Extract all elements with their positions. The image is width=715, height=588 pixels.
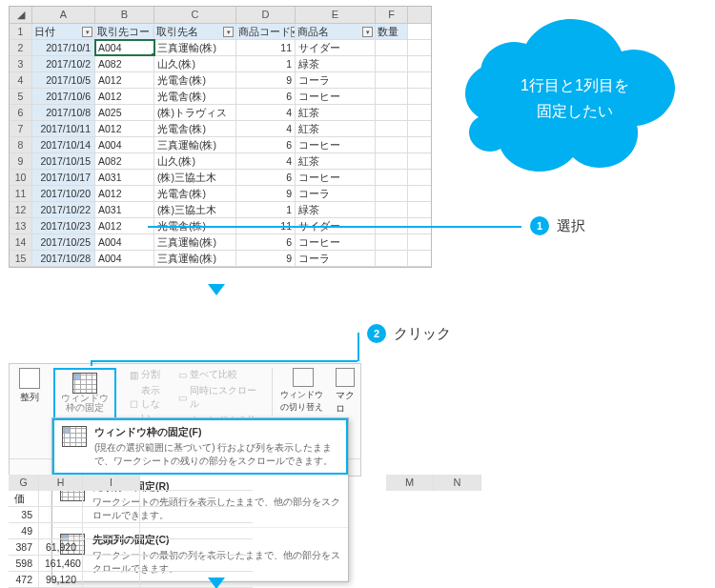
col-A[interactable]: A xyxy=(32,7,95,23)
spreadsheet-bottom[interactable]: G H I 価 354938761,920598161,46047299,120 xyxy=(9,475,253,588)
hdr-name[interactable]: 取引先名▾ xyxy=(154,24,236,39)
row-num[interactable]: 14 xyxy=(10,234,32,250)
cell[interactable]: 2017/10/11 xyxy=(32,121,95,136)
cell[interactable]: コーラ xyxy=(296,251,376,266)
cell[interactable] xyxy=(376,105,408,120)
cell[interactable]: 2017/10/23 xyxy=(32,218,95,233)
cell[interactable] xyxy=(376,234,408,250)
cell[interactable]: A012 xyxy=(95,72,154,88)
cell[interactable] xyxy=(83,507,140,523)
cell[interactable]: コーヒー xyxy=(296,89,376,104)
row-num[interactable]: 13 xyxy=(10,218,32,233)
switch-window-button[interactable]: ウィンドウの切り替え xyxy=(280,368,326,416)
row-num[interactable]: 11 xyxy=(10,186,32,201)
cell[interactable] xyxy=(376,56,408,71)
select-all-corner[interactable]: ◢ xyxy=(10,7,32,23)
cell[interactable]: 472 xyxy=(9,572,39,588)
cell[interactable]: コーヒー xyxy=(296,234,376,250)
cell[interactable]: A031 xyxy=(95,202,154,217)
col-D[interactable]: D xyxy=(236,7,296,23)
cell[interactable]: 光電舎(株) xyxy=(154,72,236,88)
row-num[interactable]: 15 xyxy=(10,251,32,266)
filter-icon[interactable]: ▾ xyxy=(362,27,373,37)
cell[interactable] xyxy=(83,556,140,572)
cell[interactable]: 光電舎(株) xyxy=(154,89,236,104)
col-I[interactable]: I xyxy=(83,475,140,491)
cell[interactable]: 6 xyxy=(236,234,296,250)
hdr-pname[interactable]: 商品名▾ xyxy=(296,24,376,39)
cell-label[interactable]: 価 xyxy=(9,491,39,507)
cell[interactable]: 2017/10/17 xyxy=(32,170,95,185)
cell[interactable]: A012 xyxy=(95,218,154,233)
cell[interactable]: コーラ xyxy=(296,72,376,88)
cell[interactable]: A012 xyxy=(95,89,154,104)
cell[interactable]: 6 xyxy=(236,170,296,185)
cell[interactable]: 光電舎(株) xyxy=(154,121,236,136)
cell[interactable]: 紅茶 xyxy=(296,153,376,169)
cell[interactable]: 99,120 xyxy=(39,572,83,588)
cell[interactable]: 6 xyxy=(236,89,296,104)
cell[interactable]: 山久(株) xyxy=(154,153,236,169)
cell[interactable]: 三真運輸(株) xyxy=(154,137,236,152)
cell[interactable]: 紅茶 xyxy=(296,105,376,120)
cell[interactable]: 三真運輸(株) xyxy=(154,251,236,266)
cell[interactable]: コーヒー xyxy=(296,170,376,185)
cell[interactable]: A031 xyxy=(95,170,154,185)
cell[interactable]: 2017/10/28 xyxy=(32,251,95,266)
cell[interactable]: 61,920 xyxy=(39,539,83,556)
cell[interactable] xyxy=(39,523,83,539)
cell[interactable]: 三真運輸(株) xyxy=(154,40,236,55)
macro-button[interactable]: マクロ xyxy=(336,368,355,416)
menu-freeze-panes[interactable]: ウィンドウ枠の固定(F)(現在の選択範囲に基づいて) 行および列を表示したままで… xyxy=(52,418,348,475)
cell[interactable]: 2017/10/1 xyxy=(32,40,95,55)
hdr-date[interactable]: 日付▾ xyxy=(32,24,95,39)
cell[interactable]: 387 xyxy=(9,539,39,556)
row-num[interactable]: 8 xyxy=(10,137,32,152)
filter-icon[interactable]: ▾ xyxy=(82,27,92,37)
cell[interactable] xyxy=(376,89,408,104)
cell[interactable]: 11 xyxy=(236,40,296,55)
cell[interactable]: 山久(株) xyxy=(154,56,236,71)
col-F[interactable]: F xyxy=(376,7,408,23)
spreadsheet-top[interactable]: ◢ A B C D E F 1 日付▾ 取引先コード▾ 取引先名▾ 商品コード▾… xyxy=(9,6,432,268)
cell[interactable]: 598 xyxy=(9,556,39,572)
cell[interactable]: コーヒー xyxy=(296,137,376,152)
cell[interactable]: 9 xyxy=(236,186,296,201)
col-M[interactable]: M xyxy=(386,475,434,491)
cell[interactable]: 紅茶 xyxy=(296,121,376,136)
cell[interactable]: 2017/10/22 xyxy=(32,202,95,217)
cell[interactable]: 9 xyxy=(236,251,296,266)
cell[interactable]: コーラ xyxy=(296,186,376,201)
cell[interactable]: (株)トラヴィス xyxy=(154,105,236,120)
col-G[interactable]: G xyxy=(9,475,39,491)
cell[interactable]: 光電舎(株) xyxy=(154,186,236,201)
col-B[interactable]: B xyxy=(95,7,154,23)
cell[interactable]: A082 xyxy=(95,56,154,71)
cell[interactable]: 2017/10/8 xyxy=(32,105,95,120)
cell[interactable] xyxy=(83,539,140,556)
cell[interactable]: 1 xyxy=(236,56,296,71)
hdr-qty[interactable]: 数量 xyxy=(376,24,408,39)
row-num[interactable]: 5 xyxy=(10,89,32,104)
cell[interactable]: A082 xyxy=(95,153,154,169)
cell[interactable] xyxy=(83,572,140,588)
cell[interactable]: (株)三協土木 xyxy=(154,202,236,217)
row-num[interactable]: 12 xyxy=(10,202,32,217)
col-H[interactable]: H xyxy=(39,475,83,491)
hdr-pcode[interactable]: 商品コード▾ xyxy=(236,24,296,39)
cell[interactable] xyxy=(376,170,408,185)
cell[interactable] xyxy=(376,137,408,152)
row-num[interactable]: 3 xyxy=(10,56,32,71)
row-num[interactable]: 9 xyxy=(10,153,32,169)
cell[interactable]: 6 xyxy=(236,137,296,152)
cell[interactable]: 2017/10/14 xyxy=(32,137,95,152)
hdr-code[interactable]: 取引先コード▾ xyxy=(95,24,154,39)
cell[interactable]: 4 xyxy=(236,153,296,169)
filter-icon[interactable]: ▾ xyxy=(223,27,234,37)
cell[interactable]: 2017/10/5 xyxy=(32,72,95,88)
cell[interactable]: A004 xyxy=(95,251,154,266)
cell[interactable] xyxy=(376,153,408,169)
cell[interactable] xyxy=(376,121,408,136)
arrange-button[interactable]: 整列 xyxy=(19,368,40,404)
cell[interactable]: A004 xyxy=(95,40,154,55)
